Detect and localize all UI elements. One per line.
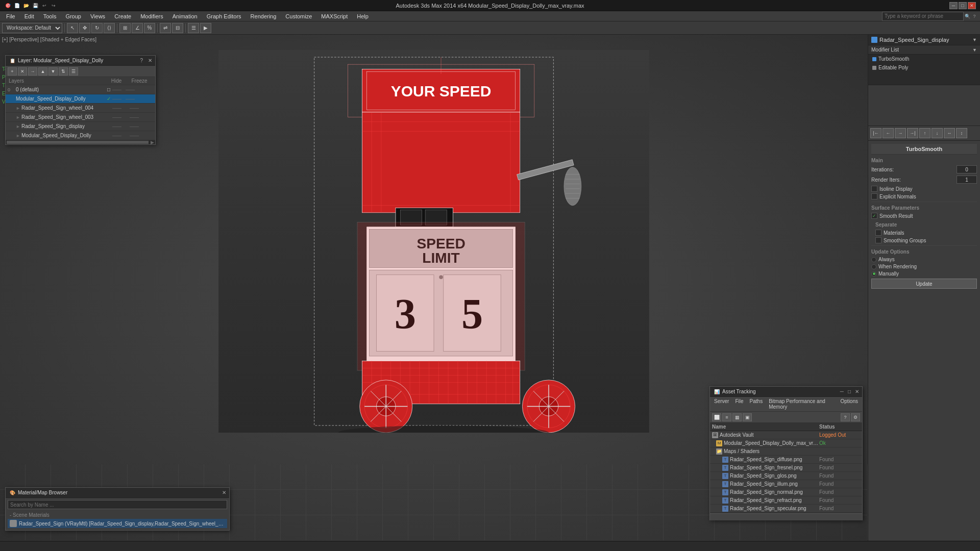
ts-when-rendering-radio[interactable] — [871, 264, 876, 269]
ts-isoline-checkbox[interactable] — [871, 186, 877, 192]
menu-help[interactable]: Help — [353, 12, 373, 20]
layer-btn-4[interactable]: ▲ — [38, 67, 47, 76]
toolbar-icon-new[interactable]: 📄 — [13, 2, 20, 9]
search-icon[interactable]: 🔍 — [964, 13, 971, 20]
ts-render-iters-input[interactable] — [957, 176, 977, 184]
menu-customize[interactable]: Customize — [281, 12, 316, 20]
move-btn[interactable]: ✥ — [79, 23, 90, 33]
modifier-turbosmooth[interactable]: TurboSmooth — [868, 55, 980, 63]
asset-row-normal[interactable]: T Radar_Speed_Sign_normal.png Found — [710, 488, 862, 496]
layer-remove-btn[interactable]: ✕ — [18, 67, 27, 76]
asset-minimize-btn[interactable]: ─ — [840, 389, 844, 394]
asset-menu-server[interactable]: Server — [712, 398, 731, 410]
search-input[interactable] — [882, 12, 964, 21]
asset-menu-bitmap[interactable]: Bitmap Performance and Memory — [767, 398, 836, 410]
modifier-list-dropdown[interactable]: ▼ — [972, 47, 977, 53]
layer-btn[interactable]: ☰ — [188, 23, 199, 33]
layer-row-wheel003[interactable]: ► Radar_Speed_Sign_wheel_003 ———— — [6, 113, 155, 122]
ts-update-button[interactable]: Update — [871, 279, 977, 289]
asset-row-fresnel[interactable]: T Radar_Speed_Sign_fresnel.png Found — [710, 464, 862, 472]
menu-views[interactable]: Views — [86, 12, 109, 20]
menu-edit[interactable]: Edit — [20, 12, 38, 20]
layer-row-display[interactable]: ► Radar_Speed_Sign_display ———— — [6, 122, 155, 131]
nav-up[interactable]: ↑ — [919, 128, 930, 138]
nav-next[interactable]: → — [895, 128, 906, 138]
close-button[interactable]: ✕ — [968, 2, 976, 9]
asset-close-btn[interactable]: ✕ — [855, 389, 859, 394]
asset-tb-4[interactable]: ▣ — [743, 413, 752, 421]
menu-modifiers[interactable]: Modifiers — [136, 12, 167, 20]
dropdown-arrow-icon[interactable]: ▼ — [972, 37, 977, 42]
asset-row-maps[interactable]: 📁 Maps / Shaders — [710, 447, 862, 456]
layer-btn-7[interactable]: ☰ — [69, 67, 78, 76]
asset-menu-paths[interactable]: Paths — [748, 398, 765, 410]
ts-always-radio[interactable] — [871, 257, 876, 262]
layer-panel-close[interactable]: ✕ — [148, 58, 152, 63]
menu-rendering[interactable]: Rendering — [247, 12, 281, 20]
menu-maxscript[interactable]: MAXScript — [317, 12, 352, 20]
menu-group[interactable]: Group — [61, 12, 85, 20]
maximize-button[interactable]: □ — [959, 2, 967, 9]
menu-graph-editors[interactable]: Graph Editors — [203, 12, 246, 20]
percent-snap-btn[interactable]: % — [144, 23, 155, 33]
asset-row-file[interactable]: M Modular_Speed_Display_Dolly_max_vray.m… — [710, 439, 862, 447]
toolbar-icon-redo[interactable]: ↪ — [50, 2, 57, 9]
asset-maximize-btn[interactable]: □ — [848, 389, 851, 394]
asset-tb-help[interactable]: ? — [841, 413, 850, 421]
toolbar-icon-undo[interactable]: ↩ — [41, 2, 48, 9]
material-panel-close[interactable]: ✕ — [222, 490, 226, 495]
ts-manually-radio[interactable] — [871, 271, 876, 277]
layer-scrollbar[interactable]: ▶ — [6, 140, 155, 144]
asset-tb-3[interactable]: ▦ — [732, 413, 742, 421]
layer-row-wheel004[interactable]: ► Radar_Speed_Sign_wheel_004 ———— — [6, 104, 155, 113]
menu-tools[interactable]: Tools — [39, 12, 61, 20]
scale-btn[interactable]: ⟨⟩ — [104, 23, 115, 33]
menu-create[interactable]: Create — [110, 12, 135, 20]
material-section-label[interactable]: - Scene Materials — [8, 511, 227, 519]
layer-panel-help[interactable]: ? — [140, 58, 143, 63]
ts-iterations-input[interactable] — [957, 165, 977, 173]
layer-move-to-btn[interactable]: → — [28, 67, 37, 76]
align-btn[interactable]: ⊟ — [172, 23, 183, 33]
material-search-input[interactable] — [8, 500, 227, 509]
asset-row-refract[interactable]: T Radar_Speed_Sign_refract.png Found — [710, 496, 862, 505]
ts-explicit-checkbox[interactable] — [871, 193, 877, 199]
layer-add-btn[interactable]: + — [8, 67, 17, 76]
asset-menu-options[interactable]: Options — [839, 398, 860, 410]
asset-row-glos[interactable]: T Radar_Speed_Sign_glos.png Found — [710, 472, 862, 480]
ts-materials-checkbox[interactable] — [875, 230, 881, 236]
material-item[interactable]: Radar_Speed_Sign (VRayMtl) [Radar_Speed_… — [8, 519, 227, 528]
rotate-btn[interactable]: ↻ — [91, 23, 103, 33]
workspace-selector[interactable]: Workspace: Default — [2, 23, 62, 33]
layer-btn-6[interactable]: ⇅ — [59, 67, 68, 76]
ts-smoothing-checkbox[interactable] — [875, 237, 881, 243]
asset-tb-settings[interactable]: ⚙ — [851, 413, 860, 421]
asset-scrollbar[interactable] — [710, 513, 862, 520]
asset-row-illum[interactable]: T Radar_Speed_Sign_illum.png Found — [710, 480, 862, 488]
layer-row-default[interactable]: 0 0 (default) □ ———— — [6, 85, 155, 94]
select-btn[interactable]: ↖ — [67, 23, 78, 33]
asset-row-specular[interactable]: T Radar_Speed_Sign_specular.png Found — [710, 505, 862, 513]
render-btn[interactable]: ▶ — [200, 23, 211, 33]
nav-collapse[interactable]: ↕ — [956, 128, 967, 138]
asset-tb-2[interactable]: ≡ — [722, 413, 731, 421]
layer-btn-5[interactable]: ▼ — [48, 67, 58, 76]
layer-row-dolly[interactable]: ► Modular_Speed_Display_Dolly ———— — [6, 131, 155, 140]
nav-back[interactable]: |← — [870, 128, 881, 138]
help-icon[interactable]: ? — [971, 13, 978, 20]
modifier-editable-poly[interactable]: Editable Poly — [868, 63, 980, 72]
minimize-button[interactable]: ─ — [949, 2, 958, 9]
mirror-btn[interactable]: ⇌ — [160, 23, 171, 33]
menu-animation[interactable]: Animation — [168, 12, 202, 20]
toolbar-icon-save[interactable]: 💾 — [32, 2, 39, 9]
menu-file[interactable]: File — [2, 12, 19, 20]
nav-down[interactable]: ↓ — [932, 128, 943, 138]
asset-menu-file[interactable]: File — [733, 398, 745, 410]
nav-expand[interactable]: ↔ — [944, 128, 955, 138]
nav-end[interactable]: →| — [907, 128, 918, 138]
asset-tb-1[interactable]: ⬜ — [712, 413, 721, 421]
asset-row-diffuse[interactable]: T Radar_Speed_Sign_diffuse.png Found — [710, 456, 862, 464]
snap-btn[interactable]: ⊞ — [119, 23, 131, 33]
asset-row-vault[interactable]: 🏛 Autodesk Vault Logged Out — [710, 431, 862, 439]
angle-snap-btn[interactable]: ∠ — [132, 23, 143, 33]
